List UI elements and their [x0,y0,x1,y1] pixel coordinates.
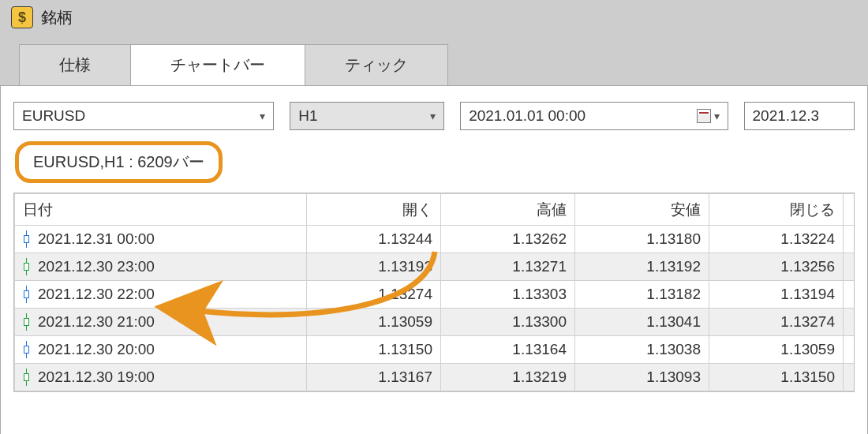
date-text: 2021.12.30 20:00 [38,341,155,358]
cell-close: 1.13150 [709,364,844,391]
cell-extra [844,336,855,364]
candle-icon [23,369,30,386]
cell-low: 1.13180 [575,226,709,253]
col-high[interactable]: 高値 [441,194,575,226]
candle-icon [23,230,30,248]
table-row[interactable]: 2021.12.30 22:001.132741.133031.131821.1… [15,281,855,309]
table-row[interactable]: 2021.12.31 00:001.132441.132621.131801.1… [15,226,855,253]
cell-low: 1.13093 [575,364,709,391]
window-title: 銘柄 [41,7,73,28]
cell-high: 1.13303 [441,281,575,309]
date-text: 2021.12.31 00:00 [38,230,155,248]
cell-close: 1.13194 [709,281,844,309]
cell-date: 2021.12.30 23:00 [15,253,307,281]
col-low[interactable]: 安値 [575,194,709,226]
date-text: 2021.12.30 21:00 [38,313,155,331]
chevron-down-icon: ▾ [714,110,720,122]
calendar-icon [697,109,711,123]
cell-high: 1.13300 [441,309,575,336]
table-row[interactable]: 2021.12.30 23:001.131931.132711.131921.1… [15,253,855,281]
date-from-picker[interactable]: 2021.01.01 00:00 ▾ [460,102,728,130]
table-row[interactable]: 2021.12.30 20:001.131501.131641.130381.1… [15,336,855,364]
main-panel: EURUSD ▾ H1 ▾ 2021.01.01 00:00 ▾ 2021.12… [0,85,868,434]
table-row[interactable]: 2021.12.30 21:001.130591.133001.130411.1… [15,309,855,336]
col-open[interactable]: 開く [307,194,441,226]
table-row[interactable]: 2021.12.30 19:001.131671.132191.130931.1… [15,364,855,391]
cell-low: 1.13182 [575,281,709,309]
candle-icon [23,286,30,303]
cell-extra [844,309,855,336]
col-close[interactable]: 閉じる [709,194,844,226]
cell-extra [844,253,855,281]
dollar-icon: $ [11,6,33,28]
status-row: EURUSD,H1 : 6209バー [1,141,867,193]
date-to-picker[interactable]: 2021.12.3 [744,102,855,130]
cell-extra [844,226,855,253]
col-date[interactable]: 日付 [15,194,307,226]
titlebar: $ 銘柄 [0,0,868,44]
date-from-value: 2021.01.01 00:00 [469,107,586,125]
cell-date: 2021.12.30 22:00 [15,281,307,309]
cell-high: 1.13271 [441,253,575,281]
col-extra[interactable]: テ [844,194,855,226]
cell-extra [844,364,855,391]
tab-chart-bar[interactable]: チャートバー [130,44,305,85]
cell-low: 1.13041 [575,309,709,336]
cell-low: 1.13192 [575,253,709,281]
cell-high: 1.13164 [441,336,575,364]
chevron-down-icon: ▾ [260,110,265,122]
cell-date: 2021.12.30 20:00 [15,336,307,364]
table-header-row: 日付 開く 高値 安値 閉じる テ [15,194,855,226]
price-table: 日付 開く 高値 安値 閉じる テ 2021.12.31 00:001.1324… [13,193,855,392]
cell-date: 2021.12.30 21:00 [15,309,307,336]
cell-close: 1.13274 [709,309,844,336]
cell-high: 1.13219 [441,364,575,391]
cell-close: 1.13059 [709,336,844,364]
cell-open: 1.13059 [307,309,441,336]
cell-date: 2021.12.31 00:00 [15,226,307,253]
cell-high: 1.13262 [441,226,575,253]
date-text: 2021.12.30 23:00 [38,258,155,275]
candle-icon [23,313,30,331]
cell-open: 1.13274 [307,281,441,309]
cell-date: 2021.12.30 19:00 [15,364,307,391]
bar-count-highlight: EURUSD,H1 : 6209バー [15,141,223,183]
cell-open: 1.13193 [307,253,441,281]
cell-low: 1.13038 [575,336,709,364]
cell-close: 1.13224 [709,226,844,253]
tab-tick[interactable]: ティック [305,44,448,85]
date-text: 2021.12.30 22:00 [38,286,155,303]
cell-close: 1.13256 [709,253,844,281]
period-value: H1 [298,107,317,125]
tabs: 仕様 チャートバー ティック [0,44,868,85]
cell-extra [844,281,855,309]
cell-open: 1.13150 [307,336,441,364]
date-to-value: 2021.12.3 [753,107,820,125]
date-text: 2021.12.30 19:00 [38,369,155,386]
chevron-down-icon: ▾ [430,110,436,122]
symbol-value: EURUSD [22,107,85,125]
candle-icon [23,341,30,358]
symbol-select[interactable]: EURUSD ▾ [13,102,274,130]
cell-open: 1.13244 [307,226,441,253]
filter-row: EURUSD ▾ H1 ▾ 2021.01.01 00:00 ▾ 2021.12… [1,102,867,141]
candle-icon [23,258,30,275]
cell-open: 1.13167 [307,364,441,391]
period-select[interactable]: H1 ▾ [290,102,444,130]
tab-spec[interactable]: 仕様 [19,44,131,85]
